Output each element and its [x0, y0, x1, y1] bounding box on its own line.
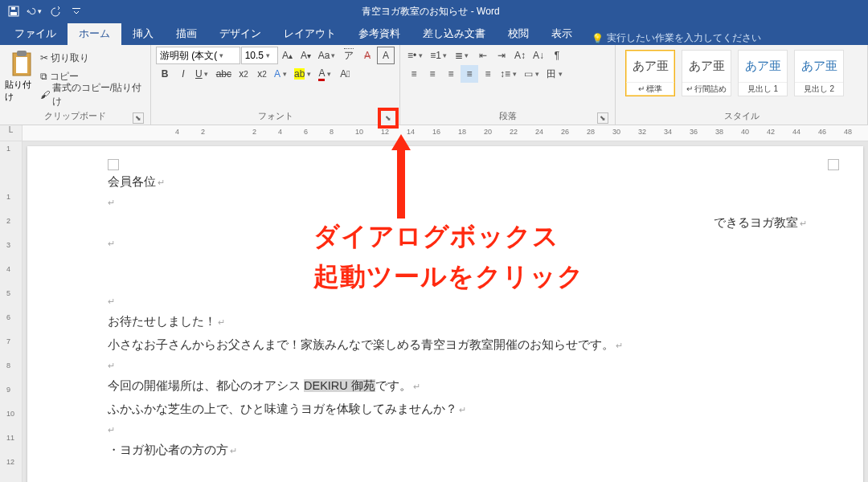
undo-icon[interactable]: ▾ — [26, 2, 43, 20]
paragraph-group-label: 段落⬊ — [405, 110, 610, 125]
brush-icon: 🖌 — [40, 89, 50, 100]
align-left-button[interactable]: ≡ — [405, 65, 423, 83]
font-dialog-launcher[interactable]: ⬊ — [378, 108, 399, 129]
copy-icon: ⧉ — [40, 71, 47, 82]
doc-paragraph[interactable]: ・ヨガ初心者の方の方 — [108, 439, 807, 462]
lightbulb-icon: 💡 — [592, 33, 604, 44]
decrease-indent-button[interactable]: ⇤ — [474, 47, 492, 64]
quick-access-toolbar: ▾ — [0, 2, 90, 20]
font-name-combo[interactable]: 游明朝 (本文(▾ — [156, 47, 240, 64]
align-center-button[interactable]: ≡ — [424, 65, 441, 83]
doc-paragraph[interactable]: ↵ — [108, 194, 807, 211]
justify-button[interactable]: ≡ — [461, 65, 478, 83]
tab-layout[interactable]: レイアウト — [272, 23, 347, 45]
annotation-text: ダイアログボックス 起動ツールをクリック — [313, 217, 584, 296]
cut-label: 切り取り — [51, 51, 89, 65]
shrink-font-button[interactable]: A▾ — [297, 47, 315, 64]
svg-rect-1 — [10, 12, 17, 15]
bold-button[interactable]: B — [156, 65, 174, 83]
tab-file[interactable]: ファイル — [3, 23, 68, 45]
tab-draw[interactable]: 描画 — [165, 23, 208, 45]
italic-button[interactable]: I — [174, 65, 192, 83]
bullets-button[interactable]: ≡•▾ — [405, 47, 427, 64]
borders-button[interactable]: 田▾ — [544, 65, 567, 83]
doc-paragraph[interactable]: ふかふかな芝生の上で、ひと味違うヨガを体験してみませんか？ — [108, 398, 807, 421]
increase-indent-button[interactable]: ⇥ — [493, 47, 510, 64]
font-size-combo[interactable]: 10.5▾ — [241, 47, 278, 64]
doc-paragraph[interactable]: ↵ — [108, 421, 807, 439]
multilevel-button[interactable]: ≣▾ — [452, 47, 473, 64]
char-shading-button[interactable]: A⃞ — [336, 65, 354, 83]
svg-rect-6 — [16, 57, 27, 73]
tab-design[interactable]: デザイン — [208, 23, 272, 45]
margin-corner — [828, 159, 839, 170]
font-color-button[interactable]: A▾ — [316, 65, 335, 83]
text-direction-button[interactable]: A↕ — [511, 47, 529, 64]
tab-insert[interactable]: 挿入 — [121, 23, 165, 45]
doc-paragraph[interactable]: お待たせしました！ — [108, 310, 807, 333]
paste-button[interactable]: 貼り付け — [5, 47, 39, 110]
qat-more-icon[interactable] — [68, 2, 85, 20]
tell-me-text: 実行したい作業を入力してください — [607, 31, 761, 45]
tab-references[interactable]: 参考資料 — [347, 23, 411, 45]
group-paragraph: ≡•▾ ≡1▾ ≣▾ ⇤ ⇥ A↕ A↓ ¶ ≡ ≡ ≡ ≡ ≡ ↕≡▾ ▭▾ … — [400, 45, 616, 125]
superscript-button[interactable]: x2 — [253, 65, 271, 83]
doc-paragraph[interactable]: 今回の開催場所は、都心のオアシス DEKIRU 御苑です。 — [108, 374, 807, 398]
grow-font-button[interactable]: A▴ — [279, 47, 297, 64]
phonetic-guide-button[interactable]: ア — [340, 47, 358, 64]
clipboard-launcher[interactable]: ⬊ — [133, 112, 144, 124]
show-marks-button[interactable]: ¶ — [548, 47, 566, 64]
selected-text: DEKIRU 御苑 — [304, 379, 375, 392]
save-icon[interactable] — [5, 2, 23, 20]
doc-paragraph[interactable]: 小さなお子さんからお父さんまで！家族みんなで楽しめる青空ヨガ教室開催のお知らせで… — [108, 333, 807, 357]
highlight-button[interactable]: ab▾ — [292, 65, 315, 83]
shading-button[interactable]: ▭▾ — [522, 65, 543, 83]
group-font: 游明朝 (本文(▾ 10.5▾ A▴ A▾ Aa▾ ア A̶ A B I U▾ … — [151, 45, 400, 125]
font-group-label: フォント ⬊ — [156, 110, 395, 125]
painter-label: 書式のコピー/貼り付け — [52, 81, 145, 108]
doc-paragraph[interactable]: 会員各位 — [108, 170, 807, 194]
title-bar: ▾ 青空ヨガ教室のお知らせ - Word — [0, 0, 868, 22]
align-right-button[interactable]: ≡ — [442, 65, 460, 83]
tab-view[interactable]: 表示 — [540, 23, 583, 45]
line-spacing-button[interactable]: ↕≡▾ — [497, 65, 521, 83]
ribbon: 貼り付け ✂切り取り ⧉コピー 🖌書式のコピー/貼り付け クリップボード⬊ 游明… — [0, 45, 868, 125]
ruler-corner: L — [0, 125, 23, 141]
ribbon-tabs: ファイル ホーム 挿入 描画 デザイン レイアウト 参考資料 差し込み文書 校閲… — [0, 22, 868, 45]
tab-mailings[interactable]: 差し込み文書 — [411, 23, 497, 45]
format-painter-button[interactable]: 🖌書式のコピー/貼り付け — [40, 86, 145, 104]
style-item[interactable]: あア亜↵ 行間詰め — [682, 50, 731, 96]
paste-label: 貼り付け — [5, 79, 39, 103]
numbering-button[interactable]: ≡1▾ — [428, 47, 452, 64]
text-effects-button[interactable]: A▾ — [272, 65, 291, 83]
document-page[interactable]: 会員各位 ↵ できるヨガ教室 ↵ ↵ お待たせしました！ 小さなお子さんからお父… — [27, 146, 863, 482]
tab-home[interactable]: ホーム — [68, 23, 121, 45]
horizontal-ruler[interactable]: 4224681012141618202224262830323436384042… — [23, 125, 868, 141]
style-item[interactable]: あア亜↵ 標準 — [625, 50, 675, 96]
vertical-ruler[interactable]: 112345678910111213 — [0, 141, 23, 482]
enclose-char-button[interactable]: A — [377, 47, 395, 64]
change-case-button[interactable]: Aa▾ — [316, 47, 339, 64]
margin-corner — [108, 159, 119, 170]
styles-group-label: スタイル — [620, 110, 862, 125]
ruler-bar: L 42246810121416182022242628303234363840… — [0, 125, 868, 141]
svg-rect-3 — [72, 8, 80, 9]
distribute-button[interactable]: ≡ — [479, 65, 497, 83]
strike-button[interactable]: abc — [214, 65, 234, 83]
workspace: 112345678910111213 会員各位 ↵ できるヨガ教室 ↵ ↵ お待… — [0, 141, 868, 482]
style-item[interactable]: あア亜見出し 1 — [738, 50, 788, 96]
clear-format-button[interactable]: A̶ — [358, 47, 376, 64]
redo-icon[interactable] — [47, 2, 64, 20]
subscript-button[interactable]: x2 — [235, 65, 252, 83]
doc-paragraph[interactable]: ↵ — [108, 357, 807, 374]
paragraph-launcher[interactable]: ⬊ — [597, 112, 608, 124]
sort-button[interactable]: A↓ — [530, 47, 547, 64]
annotation-arrow — [389, 130, 413, 219]
underline-button[interactable]: U▾ — [193, 65, 213, 83]
tell-me[interactable]: 💡 実行したい作業を入力してください — [583, 31, 769, 45]
group-styles: あア亜↵ 標準あア亜↵ 行間詰めあア亜見出し 1あア亜見出し 2 スタイル — [616, 45, 868, 125]
tab-review[interactable]: 校閲 — [497, 23, 540, 45]
style-item[interactable]: あア亜見出し 2 — [794, 50, 844, 96]
cut-button[interactable]: ✂切り取り — [40, 49, 145, 67]
svg-rect-5 — [17, 51, 27, 56]
